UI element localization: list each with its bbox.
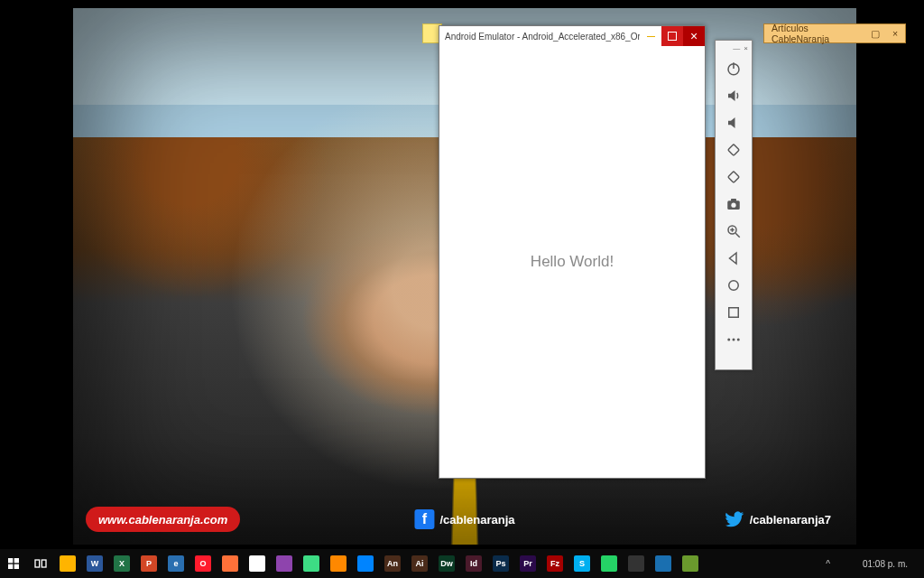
illustrator-icon[interactable]: Ai bbox=[406, 549, 433, 578]
edge-icon[interactable]: e bbox=[162, 549, 189, 578]
powerpoint-icon[interactable]: P bbox=[135, 549, 162, 578]
svg-rect-18 bbox=[8, 564, 13, 569]
filezilla-icon[interactable]: Fz bbox=[541, 549, 568, 578]
settings-icon[interactable] bbox=[623, 549, 650, 578]
more-icon[interactable] bbox=[720, 327, 747, 352]
svg-line-8 bbox=[735, 233, 740, 238]
svg-rect-20 bbox=[35, 560, 40, 567]
excel-icon[interactable]: X bbox=[108, 549, 135, 578]
tray-notifications-icon[interactable] bbox=[913, 549, 924, 578]
weather-icon[interactable] bbox=[650, 549, 677, 578]
power-icon[interactable] bbox=[720, 56, 747, 81]
svg-rect-2 bbox=[728, 144, 740, 156]
emulator-titlebar[interactable]: Android Emulator - Android_Accelerated_x… bbox=[439, 26, 705, 46]
svg-point-13 bbox=[727, 339, 730, 341]
vlc-icon[interactable] bbox=[325, 549, 352, 578]
taskbar: WXPeOAnAiDwIdPsPrFzS ^ 01:08 p. m. bbox=[0, 549, 924, 578]
visualstudio-icon[interactable] bbox=[271, 549, 298, 578]
premiere-icon[interactable]: Pr bbox=[514, 549, 541, 578]
minimize-button[interactable] bbox=[640, 26, 661, 46]
close-button[interactable]: × bbox=[683, 26, 705, 46]
twitter-icon bbox=[725, 509, 744, 529]
svg-rect-21 bbox=[42, 560, 46, 567]
skype-icon[interactable]: S bbox=[568, 549, 596, 578]
facebook-handle: f /cablenaranja bbox=[402, 507, 527, 532]
volume-down-icon[interactable] bbox=[720, 110, 747, 135]
toolbar-close-icon[interactable]: × bbox=[744, 44, 748, 52]
file-explorer-icon[interactable] bbox=[54, 549, 81, 578]
articulos-maximize-button[interactable]: ▢ bbox=[865, 28, 885, 39]
emulator-toolbar: —× bbox=[715, 40, 753, 370]
whatsapp-icon[interactable] bbox=[596, 549, 623, 578]
toolbar-minimize-icon[interactable]: — bbox=[733, 44, 740, 52]
svg-rect-6 bbox=[731, 199, 736, 201]
app-label: Hello World! bbox=[531, 253, 614, 271]
emulator-title: Android Emulator - Android_Accelerated_x… bbox=[439, 32, 640, 42]
tray-volume-icon[interactable] bbox=[846, 549, 857, 578]
rotate-left-icon[interactable] bbox=[720, 137, 747, 163]
svg-rect-19 bbox=[14, 564, 19, 569]
facebook-text: /cablenaranja bbox=[439, 513, 514, 527]
home-icon[interactable] bbox=[720, 273, 747, 298]
svg-rect-3 bbox=[728, 172, 740, 183]
opera-icon[interactable]: O bbox=[189, 549, 217, 578]
zoom-icon[interactable] bbox=[720, 219, 747, 244]
articulos-close-button[interactable]: × bbox=[885, 28, 905, 39]
indesign-icon[interactable]: Id bbox=[460, 549, 487, 578]
taskview-button[interactable] bbox=[27, 549, 54, 578]
overview-icon[interactable] bbox=[720, 300, 747, 325]
firefox-icon[interactable] bbox=[217, 549, 244, 578]
maximize-button[interactable] bbox=[661, 26, 683, 46]
twitter-handle: /cablenaranja7 bbox=[712, 507, 844, 532]
articulos-window-titlebar[interactable]: Artículos CableNaranja ▢ × bbox=[763, 23, 906, 43]
camera-icon[interactable] bbox=[720, 191, 747, 217]
svg-point-15 bbox=[737, 339, 740, 341]
tray-expand-icon[interactable]: ^ bbox=[820, 549, 836, 578]
battery-icon[interactable] bbox=[677, 549, 704, 578]
back-icon[interactable] bbox=[720, 246, 747, 271]
svg-rect-16 bbox=[8, 558, 13, 563]
svg-rect-12 bbox=[729, 308, 739, 318]
articulos-title: Artículos CableNaranja bbox=[764, 23, 865, 44]
chrome-icon[interactable] bbox=[244, 549, 271, 578]
photoshop-icon[interactable]: Ps bbox=[487, 549, 514, 578]
emulator-screen[interactable]: Hello World! bbox=[439, 46, 705, 478]
messenger-icon[interactable] bbox=[352, 549, 379, 578]
tray-network-icon[interactable] bbox=[836, 549, 846, 578]
tray-clock[interactable]: 01:08 p. m. bbox=[857, 549, 913, 578]
svg-rect-17 bbox=[14, 558, 19, 563]
rotate-right-icon[interactable] bbox=[720, 164, 747, 190]
start-button[interactable] bbox=[0, 549, 27, 578]
animate-icon[interactable]: An bbox=[379, 549, 406, 578]
androidstudio-icon[interactable] bbox=[298, 549, 325, 578]
svg-point-11 bbox=[729, 281, 739, 291]
website-pill: www.cablenaranja.com bbox=[86, 507, 240, 532]
android-emulator-window[interactable]: Android Emulator - Android_Accelerated_x… bbox=[439, 25, 706, 479]
twitter-text: /cablenaranja7 bbox=[750, 513, 831, 527]
word-icon[interactable]: W bbox=[81, 549, 108, 578]
facebook-icon: f bbox=[414, 509, 434, 529]
svg-point-5 bbox=[731, 203, 735, 208]
dreamweaver-icon[interactable]: Dw bbox=[433, 549, 460, 578]
svg-point-14 bbox=[733, 339, 735, 341]
volume-up-icon[interactable] bbox=[720, 83, 747, 108]
